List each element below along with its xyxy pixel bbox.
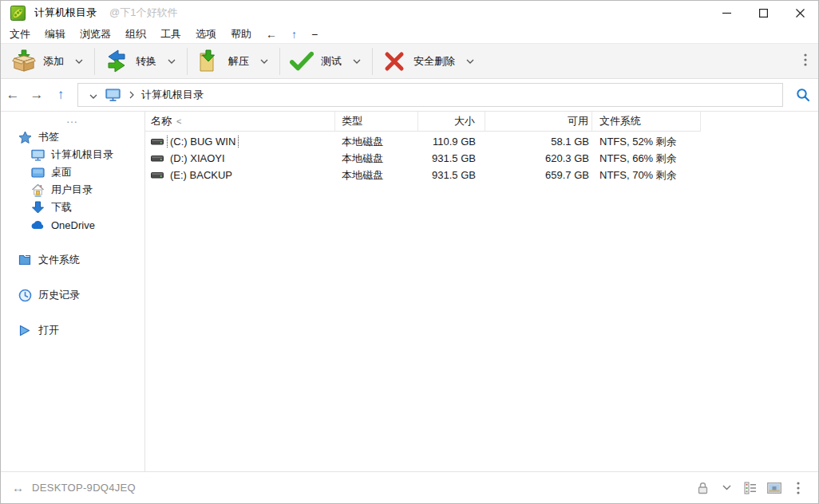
sidebar-item-label: 桌面 — [51, 165, 72, 179]
sort-indicator: < — [176, 116, 181, 126]
add-button[interactable]: 添加 — [6, 46, 91, 77]
sidebar: … 书签 计算机根目录 — [1, 112, 145, 471]
drive-filesystem: NTFS, 70% 剩余 — [592, 168, 701, 183]
drive-size: 931.5 GB — [418, 152, 485, 164]
sidebar-item-desktop[interactable]: 桌面 — [1, 163, 144, 181]
file-list-header: 名称< 类型 大小 可用 文件系统 — [145, 112, 818, 132]
menu-bar: 文件 编辑 浏览器 组织 工具 选项 帮助 ← ↑ − — [1, 25, 818, 43]
kebab-menu-icon — [804, 53, 807, 66]
maximize-icon — [759, 9, 768, 18]
convert-button[interactable]: 转换 — [98, 46, 184, 77]
up-button[interactable]: ↑ — [49, 83, 73, 107]
sidebar-item-computer-root[interactable]: 计算机根目录 — [1, 146, 144, 163]
sidebar-item-user-home[interactable]: 用户目录 — [1, 181, 144, 199]
sidebar-item-downloads[interactable]: 下载 — [1, 199, 144, 216]
chevron-down-icon — [89, 94, 97, 99]
bookmark-star-icon — [18, 130, 32, 144]
details-view-button[interactable] — [738, 476, 762, 500]
address-combobox[interactable]: 计算机根目录 — [77, 83, 783, 107]
minimize-button[interactable] — [708, 1, 745, 25]
forward-button[interactable]: → — [25, 83, 49, 107]
drive-row-e[interactable]: (E:) BACKUP 本地磁盘 931.5 GB 659.7 GB NTFS,… — [145, 167, 818, 183]
drive-type: 本地磁盘 — [335, 135, 418, 149]
drive-type: 本地磁盘 — [335, 168, 418, 183]
forward-arrow-icon: → — [30, 87, 44, 103]
back-button[interactable]: ← — [1, 83, 25, 107]
toolbar-separator — [372, 48, 373, 75]
file-list-rows: (C:) BUG WIN 本地磁盘 110.9 GB 58.1 GB NTFS,… — [145, 132, 818, 183]
lock-button[interactable] — [690, 476, 714, 500]
test-button[interactable]: 测试 — [283, 46, 369, 77]
hard-drive-icon — [151, 154, 164, 163]
sidebar-item-open[interactable]: 打开 — [1, 321, 144, 339]
close-icon — [796, 9, 805, 18]
window-watermark: @下1个好软件 — [109, 6, 177, 20]
menu-item-collapse[interactable]: − — [304, 28, 325, 41]
status-dropdown-button[interactable] — [714, 476, 738, 500]
secure-delete-button[interactable]: 安全删除 — [376, 46, 482, 77]
chevron-down-icon — [722, 485, 731, 490]
image-preview-button[interactable] — [762, 476, 786, 500]
drive-name: (E:) BACKUP — [168, 168, 235, 182]
menu-item-back-arrow[interactable]: ← — [259, 28, 284, 41]
toolbar-overflow-button[interactable] — [793, 53, 818, 69]
search-button[interactable] — [791, 88, 815, 102]
sidebar-item-label: 历史记录 — [38, 288, 80, 302]
menu-item-up-arrow[interactable]: ↑ — [284, 28, 304, 41]
file-list-panel: 名称< 类型 大小 可用 文件系统 (C:) BUG WIN 本地磁盘 — [145, 112, 818, 471]
convert-button-label: 转换 — [136, 54, 156, 69]
maximize-button[interactable] — [745, 1, 781, 25]
menu-item-edit[interactable]: 编辑 — [38, 27, 73, 41]
menu-item-options[interactable]: 选项 — [188, 27, 224, 41]
drive-row-d[interactable]: (D:) XIAOYI 本地磁盘 931.5 GB 620.3 GB NTFS,… — [145, 150, 818, 167]
search-icon — [796, 88, 810, 102]
drive-free: 620.3 GB — [485, 152, 592, 164]
column-header-filesystem[interactable]: 文件系统 — [592, 112, 701, 132]
open-play-icon — [18, 323, 32, 337]
sidebar-item-label: 计算机根目录 — [51, 148, 113, 162]
home-icon — [30, 183, 45, 197]
download-icon — [30, 200, 45, 215]
menu-item-organize[interactable]: 组织 — [118, 27, 153, 41]
sidebar-item-filesystem[interactable]: 文件系统 — [1, 251, 144, 269]
drive-size: 110.9 GB — [418, 136, 485, 148]
address-bar: ← → ↑ 计算机根目录 — [1, 79, 818, 112]
sidebar-item-bookmarks[interactable]: 书签 — [1, 128, 144, 146]
sidebar-item-label: 文件系统 — [38, 253, 80, 267]
lock-icon — [697, 482, 709, 494]
content-area: … 书签 计算机根目录 — [1, 112, 818, 471]
menu-item-file[interactable]: 文件 — [2, 27, 38, 41]
secure-delete-button-label: 安全删除 — [413, 54, 455, 69]
address-dropdown-button[interactable] — [89, 89, 97, 101]
menu-item-tools[interactable]: 工具 — [153, 27, 188, 41]
drive-row-c[interactable]: (C:) BUG WIN 本地磁盘 110.9 GB 58.1 GB NTFS,… — [145, 133, 818, 150]
toolbar-separator — [279, 48, 280, 75]
hard-drive-icon — [151, 137, 164, 146]
sidebar-item-onedrive[interactable]: OneDrive — [1, 216, 144, 234]
hard-drive-icon — [151, 171, 164, 179]
toolbar-separator — [187, 48, 188, 75]
column-header-size[interactable]: 大小 — [418, 112, 485, 132]
history-clock-icon — [18, 288, 32, 302]
sidebar-item-history[interactable]: 历史记录 — [1, 286, 144, 304]
onedrive-cloud-icon — [30, 218, 45, 232]
status-menu-button[interactable] — [786, 476, 810, 500]
image-preview-icon — [767, 482, 781, 494]
drive-filesystem: NTFS, 66% 剩余 — [592, 152, 701, 166]
convert-icon — [105, 49, 129, 73]
chevron-down-icon — [353, 59, 361, 64]
sidebar-overflow-button[interactable]: … — [1, 114, 144, 128]
kebab-menu-icon — [797, 482, 800, 494]
column-header-name[interactable]: 名称< — [145, 112, 335, 132]
menu-item-browser[interactable]: 浏览器 — [73, 27, 118, 41]
window-title: 计算机根目录 — [34, 6, 97, 20]
extract-button[interactable]: 解压 — [191, 46, 276, 77]
close-button[interactable] — [781, 1, 818, 25]
hostname-label: DESKTOP-9DQ4JEQ — [32, 482, 136, 494]
chevron-down-icon — [260, 59, 268, 64]
extract-button-label: 解压 — [228, 54, 249, 69]
filesystem-icon — [18, 253, 32, 267]
menu-item-help[interactable]: 帮助 — [224, 27, 259, 41]
column-header-free[interactable]: 可用 — [485, 112, 592, 132]
column-header-type[interactable]: 类型 — [335, 112, 418, 132]
